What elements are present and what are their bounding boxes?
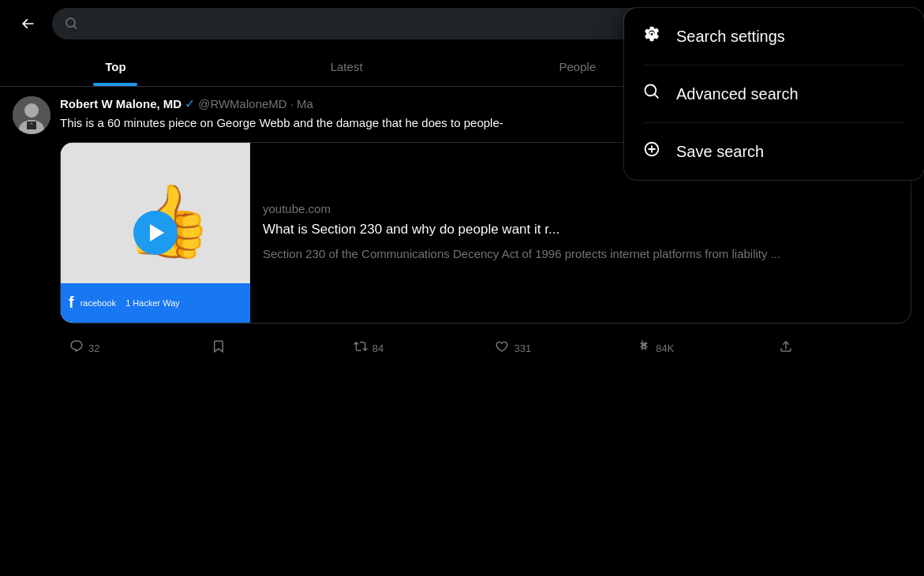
avatar xyxy=(13,96,51,134)
views-action[interactable]: 84K xyxy=(627,333,769,364)
menu-item-search-settings[interactable]: Search settings xyxy=(624,8,924,65)
views-count: 84K xyxy=(656,342,674,354)
heart-icon xyxy=(495,339,509,357)
comment-action[interactable]: 32 xyxy=(60,333,202,364)
search-icon xyxy=(65,17,78,31)
back-button[interactable] xyxy=(13,9,43,39)
search-bar[interactable]: "section 230" xyxy=(52,8,652,39)
menu-item-advanced-search[interactable]: Advanced search xyxy=(624,65,924,122)
share-action[interactable] xyxy=(769,333,911,364)
search-input[interactable]: "section 230" xyxy=(86,16,639,32)
comment-icon xyxy=(69,339,84,357)
menu-label-advanced-search: Advanced search xyxy=(676,85,799,103)
menu-label-save-search: Save search xyxy=(676,143,764,161)
user-name: Robert W Malone, MD xyxy=(60,97,181,110)
bookmark-action[interactable] xyxy=(202,333,344,364)
retweet-icon xyxy=(354,339,368,357)
tweet-actions: 32 84 331 84K xyxy=(13,333,911,364)
bookmark-icon xyxy=(211,339,226,357)
like-count: 331 xyxy=(514,342,531,354)
fb-logo-icon: f xyxy=(69,294,74,312)
comment-count: 32 xyxy=(88,342,99,354)
dropdown-menu: Search settings Advanced search Save sea… xyxy=(624,8,924,180)
views-icon xyxy=(637,339,651,357)
verified-badge: ✓ xyxy=(185,96,195,111)
retweet-count: 84 xyxy=(372,342,383,354)
tab-latest[interactable]: Latest xyxy=(231,47,462,86)
link-description: Section 230 of the Communications Decenc… xyxy=(263,245,780,264)
share-icon xyxy=(779,339,793,357)
like-action[interactable]: 331 xyxy=(485,333,627,364)
menu-item-save-search[interactable]: Save search xyxy=(624,123,924,180)
tweet-time: · Ma xyxy=(290,97,313,110)
link-title: What is Section 230 and why do people wa… xyxy=(263,220,780,239)
search-menu-icon xyxy=(643,83,660,105)
fb-sign: f racebook 1 Hacker Way xyxy=(61,283,250,323)
tab-top[interactable]: Top xyxy=(0,47,231,86)
link-card-image: 👍 f racebook 1 Hacker Way xyxy=(61,143,250,323)
play-button[interactable] xyxy=(133,211,178,255)
menu-label-search-settings: Search settings xyxy=(676,28,785,46)
link-domain: youtube.com xyxy=(263,202,780,215)
svg-point-1 xyxy=(24,103,39,118)
plus-circle-icon xyxy=(643,140,660,163)
user-handle: @RWMaloneMD xyxy=(198,97,286,110)
fb-address: racebook 1 Hacker Way xyxy=(80,298,180,308)
retweet-action[interactable]: 84 xyxy=(344,333,486,364)
gear-icon xyxy=(643,25,660,47)
